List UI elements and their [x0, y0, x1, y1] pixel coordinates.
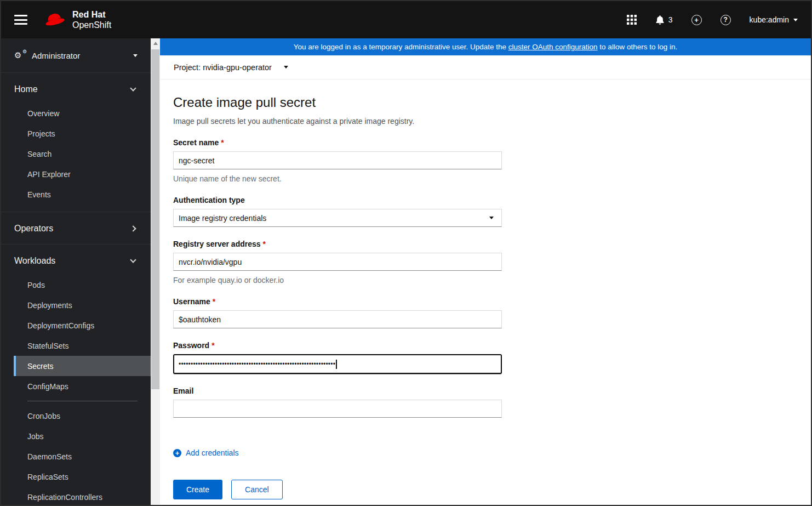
import-yaml-plus-circle-icon[interactable]: + — [691, 15, 702, 25]
chevron-down-icon — [793, 19, 798, 21]
text-cursor — [336, 360, 337, 369]
bell-icon — [655, 15, 665, 25]
email-label: Email — [173, 386, 811, 395]
cancel-button[interactable]: Cancel — [231, 480, 283, 499]
project-bar: Project: nvidia-gpu-operator — [160, 55, 811, 79]
sidebar-item-deploymentconfigs[interactable]: DeploymentConfigs — [14, 315, 151, 336]
openshift-console-window: Red Hat OpenShift 3 — [0, 0, 812, 506]
sidebar-item-statefulsets[interactable]: StatefulSets — [14, 336, 151, 356]
add-credentials-link[interactable]: + Add credentials — [173, 448, 239, 457]
chevron-right-icon — [130, 225, 136, 231]
chevron-down-icon — [130, 257, 136, 263]
masthead-actions: 3 + ? kube:admin — [627, 15, 798, 25]
password-masked-value: ••••••••••••••••••••••••••••••••••••••••… — [179, 360, 335, 368]
sidebar-nav: ⚙ ⚙ Administrator Home Overview Projects… — [1, 38, 151, 505]
project-value: nvidia-gpu-operator — [203, 63, 272, 72]
sidebar-item-pods[interactable]: Pods — [14, 275, 151, 295]
red-hat-fedora-icon — [43, 11, 67, 29]
page-subtitle: Image pull secrets let you authenticate … — [173, 117, 811, 126]
sidebar-item-secrets[interactable]: Secrets — [14, 356, 151, 376]
auth-type-label: Authentication type — [173, 196, 811, 204]
sidebar-item-search[interactable]: Search — [1, 144, 151, 164]
sidebar-item-cronjobs[interactable]: CronJobs — [14, 406, 151, 426]
banner-text-after: to allow others to log in. — [598, 43, 678, 51]
scrollbar-up-arrow[interactable] — [151, 38, 160, 48]
registry-address-label: Registry server address* — [173, 240, 811, 248]
project-selector[interactable]: Project: nvidia-gpu-operator — [174, 63, 288, 72]
masthead: Red Hat OpenShift 3 — [1, 1, 811, 38]
page-area: You are logged in as a temporary adminis… — [160, 38, 811, 505]
nav-toggle-hamburger-icon[interactable] — [14, 15, 27, 25]
scrollbar-thumb[interactable] — [151, 49, 159, 389]
registry-address-help: For example quay.io or docker.io — [173, 276, 811, 285]
form-actions: Create Cancel — [173, 480, 811, 499]
secret-name-help: Unique name of the new secret. — [173, 174, 811, 183]
perspective-switcher[interactable]: ⚙ ⚙ Administrator — [1, 38, 151, 73]
notification-count: 3 — [668, 15, 673, 24]
password-label: Password* — [173, 341, 811, 350]
create-secret-form: Create image pull secret Image pull secr… — [160, 79, 811, 499]
sidebar-item-api-explorer[interactable]: API Explorer — [1, 164, 151, 184]
nav-section-home-label: Home — [14, 84, 38, 94]
sidebar-item-replicasets[interactable]: ReplicaSets — [14, 467, 151, 487]
sidebar-item-replicationcontrollers[interactable]: ReplicationControllers — [14, 487, 151, 505]
caret-down-icon — [133, 54, 138, 57]
banner-text-before: You are logged in as a temporary adminis… — [294, 43, 508, 51]
password-input[interactable]: ••••••••••••••••••••••••••••••••••••••••… — [173, 354, 502, 374]
user-menu[interactable]: kube:admin — [750, 15, 798, 24]
plus-glyph: + — [694, 16, 699, 24]
username-label: Username* — [173, 297, 811, 306]
divider — [27, 401, 138, 401]
nav-section-home[interactable]: Home — [1, 81, 151, 98]
sidebar-item-overview[interactable]: Overview — [1, 103, 151, 123]
brand-line2: OpenShift — [72, 20, 111, 30]
sidebar-item-projects[interactable]: Projects — [1, 123, 151, 144]
sidebar-item-jobs[interactable]: Jobs — [14, 426, 151, 446]
registry-address-input[interactable] — [173, 253, 502, 271]
auth-type-select[interactable]: Image registry credentials — [173, 209, 502, 227]
sidebar-item-daemonsets[interactable]: DaemonSets — [14, 446, 151, 467]
perspective-label: Administrator — [32, 51, 80, 60]
caret-down-icon — [489, 217, 494, 219]
required-asterisk: * — [263, 240, 266, 248]
create-button[interactable]: Create — [173, 480, 222, 499]
temp-admin-banner: You are logged in as a temporary adminis… — [160, 38, 811, 55]
brand-line1: Red Hat — [72, 9, 111, 20]
add-credentials-label: Add credentials — [186, 448, 239, 457]
page-title: Create image pull secret — [173, 95, 811, 110]
required-asterisk: * — [221, 138, 224, 147]
help-question-circle-icon[interactable]: ? — [720, 15, 731, 25]
cluster-oauth-configuration-link[interactable]: cluster OAuth configuration — [508, 43, 598, 51]
auth-type-selected-value: Image registry credentials — [179, 214, 266, 223]
home-nav-list: Overview Projects Search API Explorer Ev… — [1, 103, 151, 204]
nav-section-workloads[interactable]: Workloads — [1, 253, 151, 269]
nav-section-operators-label: Operators — [14, 224, 53, 234]
plus-circle-icon: + — [173, 449, 181, 457]
brand-logo[interactable]: Red Hat OpenShift — [43, 9, 111, 30]
secret-name-input[interactable] — [173, 151, 502, 169]
caret-down-icon — [284, 66, 288, 69]
divider — [1, 212, 151, 212]
brand-text: Red Hat OpenShift — [72, 9, 111, 30]
project-label: Project: — [174, 63, 201, 72]
required-asterisk: * — [213, 297, 215, 306]
notifications-button[interactable]: 3 — [655, 15, 673, 25]
sidebar-item-configmaps[interactable]: ConfigMaps — [14, 376, 151, 396]
sidebar-item-deployments[interactable]: Deployments — [14, 295, 151, 315]
question-glyph: ? — [723, 16, 727, 24]
page-scrollbar[interactable] — [151, 38, 160, 505]
cogs-icon: ⚙ ⚙ — [14, 50, 26, 60]
app-launcher-grid-icon[interactable] — [627, 15, 637, 25]
workloads-nav-list: Pods Deployments DeploymentConfigs State… — [14, 275, 151, 505]
nav-section-workloads-label: Workloads — [14, 256, 55, 266]
username-input[interactable] — [173, 310, 502, 328]
username: kube:admin — [750, 15, 789, 24]
email-input[interactable] — [173, 400, 502, 418]
secret-name-label: Secret name* — [173, 138, 811, 147]
chevron-down-icon — [130, 85, 136, 91]
divider — [1, 244, 151, 245]
sidebar-item-events[interactable]: Events — [1, 184, 151, 204]
required-asterisk: * — [211, 341, 214, 350]
nav-section-operators[interactable]: Operators — [1, 220, 151, 237]
